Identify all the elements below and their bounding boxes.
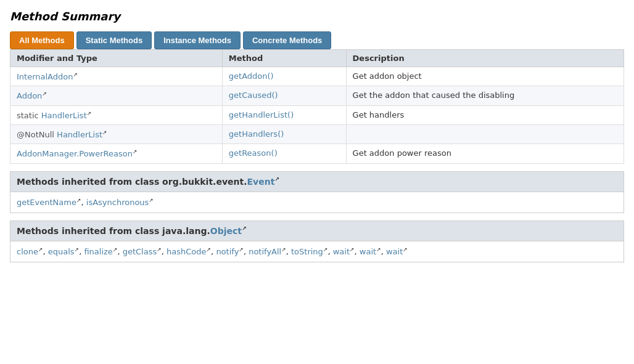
modifier-cell: static HandlerList↗ (10, 105, 223, 124)
external-link-icon: ↗ (281, 246, 286, 253)
external-link-icon: ↗ (102, 129, 107, 135)
item-separator: , (43, 248, 48, 257)
external-link-icon: ↗ (274, 177, 279, 183)
inherited-method-link[interactable]: equals (48, 248, 75, 257)
method-cell: getHandlers() (222, 124, 346, 144)
inherited-section-content: getEventName↗, isAsynchronous↗ (10, 192, 624, 212)
inherited-method-link[interactable]: toString (291, 248, 323, 257)
inherited-section-header: Methods inherited from class org.bukkit.… (10, 171, 624, 193)
inherited-method-link[interactable]: wait (333, 248, 350, 257)
external-link-icon: ↗ (157, 246, 162, 253)
inherited-method-link[interactable]: notify (216, 248, 239, 257)
col-header-method: Method (222, 50, 346, 67)
table-row: static HandlerList↗getHandlerList()Get h… (10, 105, 624, 124)
modifier-cell: @NotNull HandlerList↗ (10, 124, 223, 144)
inherited-method-link[interactable]: isAsynchronous (86, 198, 149, 208)
inherited-method-link[interactable]: getClass (123, 248, 157, 257)
external-link-icon: ↗ (38, 246, 43, 253)
external-link-icon: ↗ (76, 197, 81, 203)
item-separator: , (355, 248, 360, 257)
tab-bar: All Methods Static Methods Instance Meth… (10, 31, 624, 49)
table-header-row: Modifier and Type Method Description (10, 50, 624, 67)
tab-all-methods[interactable]: All Methods (10, 31, 74, 49)
inherited-header-text: Methods inherited from class java.lang. (17, 226, 210, 236)
item-separator: , (244, 248, 249, 257)
item-separator: , (162, 248, 167, 257)
col-header-description: Description (346, 50, 624, 67)
description-cell: Get the addon that caused the disabling (346, 86, 624, 105)
inherited-class-link[interactable]: Object (210, 226, 242, 236)
item-separator: , (117, 248, 122, 257)
inherited-method-link[interactable]: wait (360, 248, 376, 257)
external-link-icon: ↗ (239, 246, 244, 253)
modifier-prefix: static (17, 111, 41, 120)
inherited-section-content: clone↗, equals↗, finalize↗, getClass↗, h… (10, 241, 624, 262)
table-row: AddonManager.PowerReason↗getReason()Get … (10, 144, 624, 163)
inherited-section-header: Methods inherited from class java.lang.O… (10, 220, 624, 242)
method-table: Modifier and Type Method Description Int… (10, 49, 624, 164)
method-cell: getReason() (222, 144, 346, 163)
inherited-class-link[interactable]: Event (247, 177, 274, 187)
modifier-link[interactable]: Addon (17, 92, 42, 101)
page-title: Method Summary (10, 10, 624, 23)
tab-concrete-methods[interactable]: Concrete Methods (243, 31, 331, 49)
item-separator: , (327, 248, 332, 257)
item-separator: , (381, 248, 386, 257)
modifier-cell: Addon↗ (10, 86, 223, 105)
inherited-method-link[interactable]: hashCode (167, 248, 207, 257)
table-row: InternalAddon↗getAddon()Get addon object (10, 67, 624, 86)
method-link[interactable]: getReason() (229, 148, 278, 158)
method-cell: getHandlerList() (222, 105, 346, 124)
external-link-icon: ↗ (149, 197, 154, 203)
tab-static-methods[interactable]: Static Methods (76, 31, 152, 49)
description-cell: Get addon object (346, 67, 624, 86)
description-cell: Get addon power reason (346, 144, 624, 163)
inherited-method-link[interactable]: getEventName (17, 198, 76, 208)
inherited-method-link[interactable]: wait (386, 248, 403, 257)
method-link[interactable]: getHandlers() (229, 129, 284, 139)
description-cell: Get handlers (346, 105, 624, 124)
tab-instance-methods[interactable]: Instance Methods (154, 31, 241, 49)
method-cell: getCaused() (222, 86, 346, 105)
modifier-link[interactable]: AddonManager.PowerReason (17, 150, 133, 159)
method-link[interactable]: getCaused() (229, 91, 278, 100)
modifier-link[interactable]: InternalAddon (17, 72, 73, 81)
method-link[interactable]: getHandlerList() (229, 110, 294, 119)
inherited-header-text: Methods inherited from class org.bukkit.… (17, 177, 247, 187)
table-row: @NotNull HandlerList↗getHandlers() (10, 124, 624, 144)
external-link-icon: ↗ (133, 148, 138, 155)
external-link-icon: ↗ (42, 91, 47, 97)
external-link-icon: ↗ (403, 246, 408, 253)
method-cell: getAddon() (222, 67, 346, 86)
method-link[interactable]: getAddon() (229, 71, 274, 81)
item-separator: , (286, 248, 291, 257)
item-separator: , (81, 198, 86, 208)
col-header-modifier: Modifier and Type (10, 50, 223, 67)
external-link-icon: ↗ (207, 246, 212, 253)
external-link-icon: ↗ (350, 246, 355, 253)
modifier-cell: AddonManager.PowerReason↗ (10, 144, 223, 163)
external-link-icon: ↗ (73, 71, 78, 78)
inherited-method-link[interactable]: clone (17, 248, 38, 257)
external-link-icon: ↗ (242, 226, 247, 232)
external-link-icon: ↗ (87, 110, 92, 116)
table-row: Addon↗getCaused()Get the addon that caus… (10, 86, 624, 105)
modifier-link[interactable]: HandlerList (41, 111, 87, 120)
description-cell (346, 124, 624, 144)
modifier-cell: InternalAddon↗ (10, 67, 223, 86)
inherited-method-link[interactable]: notifyAll (249, 248, 281, 257)
inherited-method-link[interactable]: finalize (84, 248, 112, 257)
modifier-prefix: @NotNull (17, 130, 57, 139)
external-link-icon: ↗ (376, 246, 381, 253)
modifier-link[interactable]: HandlerList (57, 130, 102, 139)
